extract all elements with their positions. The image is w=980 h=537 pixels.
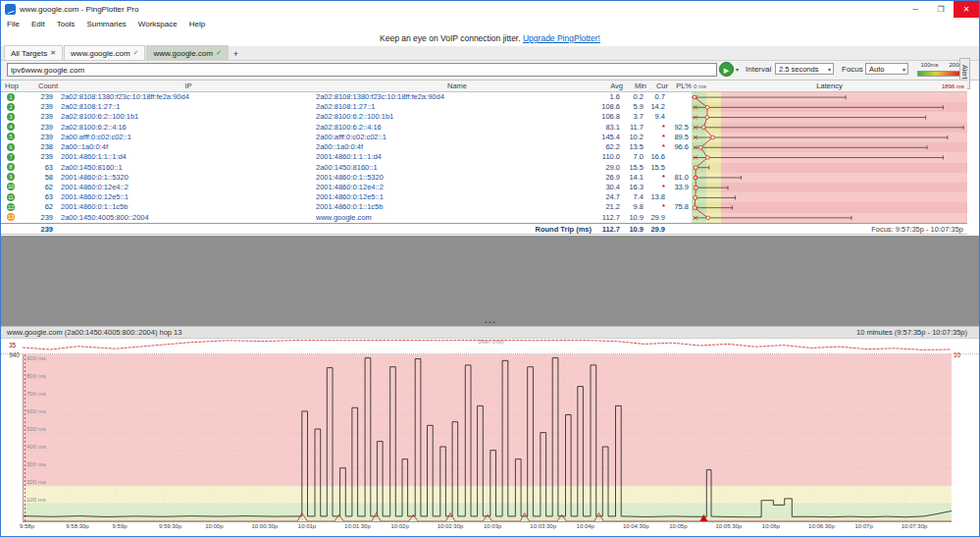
- menu-edit[interactable]: Edit: [26, 20, 51, 28]
- count-cell: 238: [23, 142, 58, 152]
- min-cell: 3.7: [623, 112, 646, 122]
- cur-cell: *: [646, 202, 668, 212]
- pl-cell: 96.6: [668, 142, 692, 152]
- column-header-name[interactable]: Name: [313, 81, 598, 92]
- legend-low-label: 100ms: [920, 62, 938, 68]
- menu-workspace[interactable]: Workspace: [132, 20, 183, 28]
- time-axis-label: 9:58:30p: [66, 523, 88, 529]
- hop-status-icon: 4: [7, 123, 15, 131]
- menu-tools[interactable]: Tools: [51, 20, 81, 28]
- time-axis-label: 10:06:30p: [808, 523, 835, 529]
- pl-cell: 89.5: [668, 133, 692, 142]
- svg-text:200 ms: 200 ms: [26, 479, 46, 485]
- splitter-grip-icon[interactable]: •••: [1, 319, 980, 325]
- column-header-min[interactable]: Min: [623, 81, 649, 92]
- min-cell: 7.0: [623, 152, 646, 162]
- latency-time-chart[interactable]: 100 ms200 ms300 ms400 ms500 ms600 ms700 …: [23, 354, 952, 522]
- start-trace-button[interactable]: ▶: [719, 62, 734, 77]
- jitter-axis-max: 35: [9, 342, 16, 349]
- pl-cell: [668, 163, 692, 173]
- min-cell: 10.9: [623, 213, 646, 223]
- cur-cell: 16.6: [646, 152, 668, 162]
- pl-cell: 75.8: [668, 202, 692, 212]
- min-cell: 5.9: [623, 102, 646, 112]
- column-header-count[interactable]: Count: [23, 81, 63, 92]
- count-cell: 58: [23, 173, 58, 183]
- start-options-caret-icon[interactable]: ▾: [736, 66, 739, 73]
- name-cell: 2a02:8100:6:2::100:1b1: [313, 112, 595, 122]
- interval-select[interactable]: 2.5 seconds: [775, 63, 834, 75]
- hop-status-icon: 12: [7, 203, 15, 211]
- hop-status-icon: 7: [7, 153, 15, 161]
- minimize-button[interactable]: ─: [903, 1, 928, 18]
- new-tab-button[interactable]: +: [230, 47, 242, 60]
- count-cell: 239: [23, 123, 58, 133]
- avg-cell: 83.1: [595, 123, 623, 133]
- hop-cell: 8: [1, 163, 23, 173]
- hop-status-icon: 8: [7, 163, 15, 171]
- ip-cell: 2001:4860:0:12e4::2: [58, 183, 313, 192]
- tab-close-icon[interactable]: ✕: [50, 49, 56, 57]
- hop-cell: 11: [1, 192, 23, 202]
- cur-cell: 9.4: [646, 112, 668, 122]
- count-cell: 62: [23, 202, 58, 212]
- time-axis-label: 10:03p: [484, 523, 501, 529]
- upgrade-link[interactable]: Upgrade PingPlotter!: [523, 33, 600, 43]
- time-axis-label: 10:02:30p: [438, 523, 464, 529]
- time-axis-label: 10:06p: [762, 523, 780, 529]
- ip-cell: 2a00:afff:0:c02:c02::1: [58, 133, 313, 142]
- min-cell: 15.5: [623, 163, 646, 173]
- time-axis-label: 10:05p: [669, 523, 687, 529]
- tab-label: www.google.com: [71, 49, 129, 58]
- maximize-button[interactable]: ❐: [928, 1, 954, 18]
- cur-cell: 0.7: [646, 92, 668, 102]
- focus-select[interactable]: Auto: [865, 63, 908, 75]
- cur-cell: 13.8: [646, 192, 668, 202]
- column-header-hop[interactable]: Hop: [1, 81, 23, 92]
- avg-cell: 1.6: [595, 92, 623, 102]
- hop-status-icon: 9: [7, 173, 15, 181]
- column-header-ip[interactable]: IP: [58, 81, 316, 92]
- time-axis-label: 10:07p: [854, 523, 872, 529]
- min-cell: 14.1: [623, 173, 646, 183]
- tab-www-google-com-2[interactable]: www.google.com✓: [146, 45, 228, 60]
- name-cell: 2a00:1450:8160::1: [313, 163, 595, 173]
- close-button[interactable]: ✕: [954, 1, 979, 18]
- ip-cell: 2a02:8100:6:2::4:16: [58, 123, 313, 133]
- time-axis-label: 9:58p: [20, 523, 34, 529]
- tab-www-google-com-1[interactable]: www.google.com✓: [64, 45, 145, 60]
- focus-range-text: Focus: 9:57:35p - 10:07:35p: [692, 224, 967, 234]
- ip-cell: 2a02:8108:1:27::1: [58, 102, 313, 112]
- timeline-target-text: www.google.com (2a00:1450:4005:800::2004…: [7, 327, 181, 339]
- tab-all-targets-0[interactable]: All Targets✕: [4, 45, 63, 60]
- ip-cell: 2a02:8108:1380:f23c:10:18ff:fe2a:90d4: [58, 92, 313, 102]
- menu-help[interactable]: Help: [183, 20, 211, 28]
- hop-status-icon: 13: [7, 213, 15, 221]
- svg-text:900 ms: 900 ms: [26, 355, 46, 361]
- pl-cell: [668, 112, 692, 122]
- time-axis-label: 10:01p: [298, 523, 316, 529]
- menu-summaries[interactable]: Summaries: [80, 20, 131, 28]
- tab-status-icon: ✓: [216, 49, 222, 57]
- ip-cell: 2001:4860:0:1::1c5b: [58, 202, 313, 212]
- time-axis-label: 10:00:30p: [252, 523, 279, 529]
- menu-file[interactable]: File: [1, 20, 26, 28]
- target-input[interactable]: [7, 63, 717, 77]
- name-cell: 2001:4860:0:1::1c5b: [313, 202, 595, 212]
- app-icon: [5, 4, 16, 15]
- ip-cell: 2a00::1a0:0:4f: [58, 142, 313, 152]
- hop-cell: 6: [1, 142, 23, 152]
- summary-count: 239: [23, 224, 58, 234]
- cur-cell: 15.5: [646, 163, 668, 173]
- menu-bar: FileEditToolsSummariesWorkspaceHelp: [1, 18, 979, 30]
- avg-cell: 29.0: [595, 163, 623, 173]
- trace-table-header: 0 ms Latency 1896 ms HopCountIPNameAvgMi…: [1, 80, 967, 92]
- column-header-avg[interactable]: Avg: [595, 81, 626, 92]
- cur-cell: 14.2: [646, 102, 668, 112]
- column-header-pl[interactable]: PL%: [668, 81, 695, 92]
- count-cell: 239: [23, 152, 58, 162]
- panel-splitter[interactable]: •••: [1, 236, 980, 326]
- count-cell: 63: [23, 163, 58, 173]
- svg-text:800 ms: 800 ms: [26, 373, 46, 379]
- min-cell: 0.2: [623, 92, 646, 102]
